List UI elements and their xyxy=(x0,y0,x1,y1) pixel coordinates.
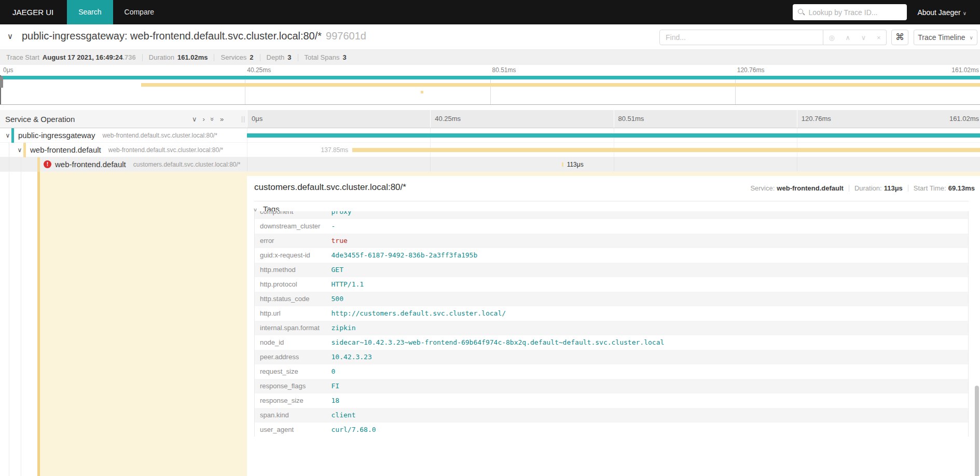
span-service-name: web-frontend.default xyxy=(30,145,101,154)
tag-value: zipkin xyxy=(326,321,969,335)
minimap-canvas[interactable] xyxy=(0,75,980,105)
collapse-chevron-icon[interactable]: ∨ xyxy=(4,132,11,139)
span-duration-label: 113μs xyxy=(567,161,584,168)
divider xyxy=(142,54,143,61)
expand-all-icon[interactable]: » xyxy=(220,115,224,123)
span-bar-row-error[interactable]: 113μs xyxy=(247,157,980,171)
divider xyxy=(849,185,849,192)
about-jaeger-menu[interactable]: About Jaeger∨ xyxy=(917,8,967,17)
collapse-chevron-icon[interactable]: ∨ xyxy=(16,146,23,154)
trace-collapse-chevron-icon[interactable]: ∨ xyxy=(7,32,13,41)
tag-row[interactable]: http.status_code 500 xyxy=(255,292,969,306)
clear-find-icon[interactable]: × xyxy=(877,34,881,42)
span-duration-bar[interactable] xyxy=(247,133,980,138)
minimap-tick: 161.02ms xyxy=(951,66,979,74)
span-detail-panel: customers.default.svc.cluster.local:80/*… xyxy=(0,172,980,476)
divider xyxy=(260,54,260,61)
duration-value: 113μs xyxy=(884,184,903,192)
trace-title-bar: ∨ public-ingressgateway: web-frontend.de… xyxy=(0,24,980,50)
column-resize-handle[interactable]: || xyxy=(241,115,245,123)
minimap-gridline xyxy=(245,75,245,104)
collapse-all-icon[interactable]: » xyxy=(209,117,216,120)
span-duration-bar[interactable] xyxy=(352,148,980,152)
focus-match-icon[interactable]: ◎ xyxy=(829,34,834,42)
tree-guide-line xyxy=(9,157,9,171)
trace-view-select[interactable]: Trace Timeline ∨ xyxy=(914,30,977,45)
service-label: Service: xyxy=(750,184,775,192)
minimap-ticks: 0μs 40.25ms 80.51ms 120.76ms 161.02ms xyxy=(0,65,980,75)
tag-row[interactable]: request_size 0 xyxy=(255,364,969,379)
span-duration-bar[interactable] xyxy=(562,162,563,167)
trace-id-short: 997601d xyxy=(326,30,366,42)
span-color-block xyxy=(23,143,26,157)
detail-operation-title: customers.default.svc.cluster.local:80/* xyxy=(254,182,406,193)
tag-row[interactable]: internal.span.format zipkin xyxy=(255,321,969,335)
tree-guide-line xyxy=(9,143,9,157)
duration-label: Duration: xyxy=(854,184,882,192)
divider xyxy=(214,54,214,61)
tag-row[interactable]: downstream_cluster - xyxy=(255,219,969,234)
trace-id-search-input[interactable] xyxy=(808,8,902,17)
prev-match-icon[interactable]: ∧ xyxy=(845,34,850,42)
top-navbar: JAEGER UI Search Compare About Jaeger∨ xyxy=(0,0,980,24)
tag-value: GET xyxy=(326,263,969,277)
divider xyxy=(298,54,298,61)
span-bar-row-child[interactable]: 137.85ms xyxy=(247,143,980,157)
next-match-icon[interactable]: ∨ xyxy=(861,34,866,42)
tag-row[interactable]: user_agent curl/7.68.0 xyxy=(255,423,969,437)
tag-key: component xyxy=(255,211,326,219)
tag-key: http.url xyxy=(255,306,326,321)
tick-cell: 120.76ms 161.02ms xyxy=(797,110,980,128)
tag-row[interactable]: peer.address 10.42.3.23 xyxy=(255,350,969,364)
expand-one-icon[interactable]: › xyxy=(203,115,205,123)
minimap-tick: 120.76ms xyxy=(737,66,765,74)
minimap-scrubber-handle[interactable] xyxy=(0,76,3,88)
timeline-section-header: Service & Operation ∨ › » » || 0μs 40.25… xyxy=(0,110,980,128)
tag-key: span.kind xyxy=(255,408,326,423)
tag-row[interactable]: http.url http://customers.default.svc.cl… xyxy=(255,306,969,321)
service-operation-label: Service & Operation xyxy=(5,115,75,124)
span-tree-item-root[interactable]: ∨ public-ingressgateway web-frontend.def… xyxy=(0,128,247,142)
span-tree-item-error[interactable]: ! web-frontend.default customers.default… xyxy=(0,157,247,171)
span-operation-name: web-frontend.default.svc.cluster.local:8… xyxy=(102,132,217,139)
tag-value: true xyxy=(326,234,969,248)
tag-row[interactable]: component proxy xyxy=(255,211,969,219)
start-time-value: 69.13ms xyxy=(948,184,975,192)
timeline-tick-header: 0μs 40.25ms 80.51ms 120.76ms 161.02ms xyxy=(247,110,980,128)
find-nav-icons: ◎ ∧ ∨ × xyxy=(823,30,887,45)
collapse-one-icon[interactable]: ∨ xyxy=(192,115,197,123)
tag-value: client xyxy=(326,408,969,423)
tag-value: 4de3455f-6187-9492-836b-2a3ff3fa195b xyxy=(326,248,969,263)
tag-row[interactable]: node_id sidecar~10.42.3.23~web-frontend-… xyxy=(255,335,969,350)
trace-id-search[interactable] xyxy=(793,4,907,20)
tag-row[interactable]: guid:x-request-id 4de3455f-6187-9492-836… xyxy=(255,248,969,263)
tag-key: guid:x-request-id xyxy=(255,248,326,263)
span-bar-row-root[interactable] xyxy=(247,128,980,142)
tag-row[interactable]: http.protocol HTTP/1.1 xyxy=(255,277,969,292)
tags-table: component proxy downstream_cluster - err… xyxy=(254,211,969,437)
tag-row[interactable]: http.method GET xyxy=(255,263,969,277)
tag-key: http.status_code xyxy=(255,292,326,306)
tag-row[interactable]: response_size 18 xyxy=(255,393,969,408)
span-tree-item-child[interactable]: ∨ web-frontend.default web-frontend.defa… xyxy=(0,143,247,157)
end-tick-label: 161.02ms xyxy=(949,115,979,123)
tab-compare[interactable]: Compare xyxy=(113,0,166,24)
tag-value: 0 xyxy=(326,364,969,379)
tag-value: 18 xyxy=(326,393,969,408)
keyboard-shortcuts-button[interactable]: ⌘ xyxy=(891,30,908,45)
tab-search[interactable]: Search xyxy=(67,0,113,24)
tag-key: response_size xyxy=(255,393,326,408)
minimap-gridline xyxy=(735,75,736,104)
tag-row[interactable]: span.kind client xyxy=(255,408,969,423)
chevron-down-icon: ∨ xyxy=(963,10,967,16)
tag-row[interactable]: error true xyxy=(255,234,969,248)
tag-row[interactable]: response_flags FI xyxy=(255,379,969,393)
tree-guide-line xyxy=(9,172,9,476)
nav-right-group: About Jaeger∨ xyxy=(793,4,980,20)
detail-left-highlight xyxy=(40,172,247,476)
tag-key: http.protocol xyxy=(255,277,326,292)
detail-scrollbar[interactable] xyxy=(975,386,979,476)
find-input[interactable] xyxy=(659,30,823,45)
minimap-tick: 40.25ms xyxy=(247,66,271,74)
tag-key: http.method xyxy=(255,263,326,277)
